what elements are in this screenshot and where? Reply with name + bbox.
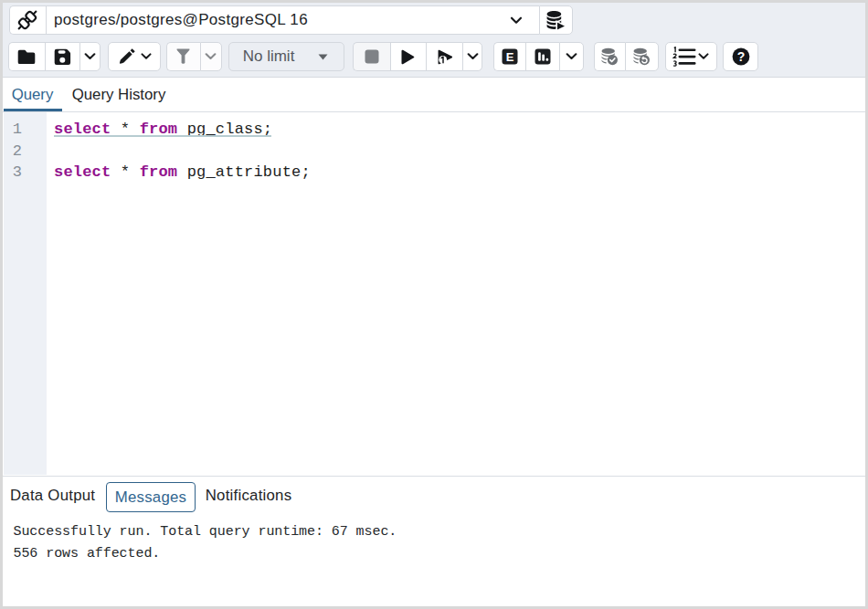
svg-text:E: E — [505, 50, 513, 64]
svg-text:?: ? — [737, 49, 746, 64]
